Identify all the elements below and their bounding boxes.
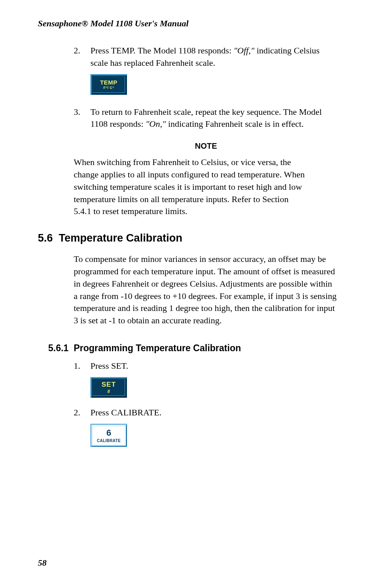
calibrate-button-main-label: 6	[106, 428, 111, 438]
substep-1: 1. Press SET.	[74, 360, 338, 372]
set-button: SET #	[90, 377, 127, 398]
subsection-title: Programming Temperature Calibration	[74, 343, 241, 353]
temp-button-sub-label: F°/ C°	[103, 86, 114, 90]
step-text-quote: "Off,"	[234, 45, 255, 55]
temp-button-inner: TEMP F°/ C°	[92, 76, 125, 93]
section-number: 5.6	[38, 232, 53, 244]
set-button-main-label: SET	[102, 381, 116, 389]
temp-button-main-label: TEMP	[100, 79, 118, 86]
page-number: 58	[38, 558, 47, 568]
step-text-pre: Press TEMP. The Model 1108 responds:	[90, 45, 234, 55]
section-5-6-1-heading: 5.6.1 Programming Temperature Calibratio…	[48, 343, 342, 354]
content-area-2: 1. Press SET. SET # 2. Press CALIBRATE. …	[38, 360, 342, 448]
content-area-1: 2. Press TEMP. The Model 1108 responds: …	[38, 45, 342, 218]
section-5-6-body: To compensate for minor variances in sen…	[38, 253, 342, 327]
step-number: 1.	[74, 360, 90, 372]
step-number: 2.	[74, 407, 90, 419]
set-button-inner: SET #	[92, 379, 125, 396]
calibrate-button: 6 CALIBRATE	[90, 424, 127, 447]
section-title: Temperature Calibration	[59, 232, 182, 244]
step-text: Press SET.	[90, 360, 338, 372]
substep-2: 2. Press CALIBRATE.	[74, 407, 338, 419]
calibrate-button-sub-label: CALIBRATE	[97, 439, 121, 443]
set-button-figure: SET #	[90, 377, 338, 399]
note-body: When switching from Fahrenheit to Celsiu…	[74, 156, 338, 218]
step-text: Press CALIBRATE.	[90, 407, 338, 419]
step-number: 2.	[74, 45, 90, 69]
note-heading: NOTE	[74, 142, 338, 151]
calibrate-button-inner: 6 CALIBRATE	[92, 426, 125, 445]
section-5-6-heading: 5.6 Temperature Calibration	[38, 232, 342, 244]
step-3: 3. To return to Fahrenheit scale, repeat…	[74, 106, 338, 131]
step-text: Press TEMP. The Model 1108 responds: "Of…	[90, 45, 338, 69]
step-number: 3.	[74, 106, 90, 131]
temp-button-figure: TEMP F°/ C°	[90, 74, 338, 96]
step-text-post: indicating Fahrenheit scale is in effect…	[166, 119, 304, 129]
step-2: 2. Press TEMP. The Model 1108 responds: …	[74, 45, 338, 69]
page-header: Sensaphone® Model 1108 User's Manual	[38, 18, 342, 29]
step-text: To return to Fahrenheit scale, repeat th…	[90, 106, 338, 131]
temp-button: TEMP F°/ C°	[90, 74, 127, 95]
set-button-sub-label: #	[107, 389, 110, 394]
calibrate-button-figure: 6 CALIBRATE	[90, 424, 338, 448]
step-text-quote: "On,"	[146, 119, 166, 129]
subsection-number: 5.6.1	[48, 343, 69, 353]
